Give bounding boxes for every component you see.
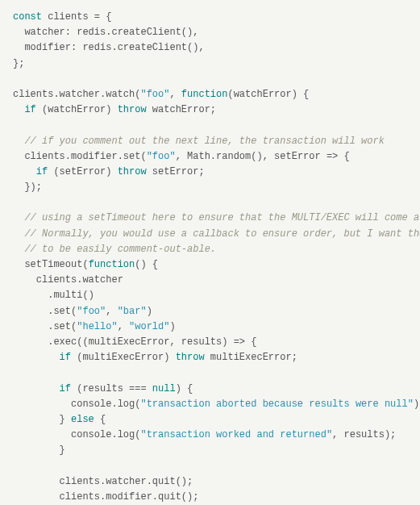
code-line: modifier: redis.createClient(), — [13, 40, 407, 56]
code-token: if — [60, 383, 77, 394]
code-token: // if you comment out the next line, the… — [24, 136, 384, 147]
code-token: clients.modifier.set( — [24, 151, 146, 162]
code-token: (watchError) — [42, 104, 118, 115]
code-token: clients.watcher — [36, 274, 123, 286]
code-token: .exec((multiExecError, results) => { — [48, 336, 256, 348]
code-line — [13, 195, 407, 211]
code-line: }); — [13, 180, 407, 195]
code-token: setTimeout( — [24, 259, 88, 270]
code-token: "foo" — [147, 151, 176, 162]
code-token: , — [106, 306, 117, 317]
code-token: "hello" — [77, 321, 117, 332]
code-token: , results); — [332, 429, 396, 440]
code-token: clients = { — [48, 11, 111, 23]
code-token: (multiExecError) — [77, 352, 175, 363]
code-token: ); — [414, 399, 420, 410]
code-line: clients.modifier.quit(); — [13, 490, 407, 505]
code-token: console.log( — [71, 399, 140, 410]
code-line — [13, 118, 407, 133]
code-token: , — [169, 89, 181, 100]
code-token: ) — [147, 306, 152, 317]
code-line: // to be easily comment-out-able. — [13, 242, 407, 257]
code-token: .set( — [48, 321, 77, 332]
code-line: .exec((multiExecError, results) => { — [13, 335, 407, 350]
code-token: (results === — [77, 383, 152, 394]
code-token: setError; — [152, 166, 205, 177]
code-line: clients.watcher — [13, 273, 407, 288]
code-token: function — [89, 259, 135, 270]
code-line: clients.watcher.quit(); — [13, 474, 407, 490]
code-line: .multi() — [13, 288, 407, 303]
code-token: clients.watcher.quit(); — [60, 476, 193, 487]
code-token: watcher: redis.createClient(), — [24, 27, 198, 38]
code-token: }; — [13, 58, 24, 69]
code-line: console.log("transaction worked and retu… — [13, 428, 407, 443]
code-token: (watchError) { — [227, 89, 309, 100]
code-token: // using a setTimeout here to ensure tha… — [24, 212, 420, 223]
code-token: "transaction aborted because results wer… — [140, 399, 413, 410]
code-line: // using a setTimeout here to ensure tha… — [13, 211, 407, 226]
code-token: () { — [135, 259, 158, 270]
code-token: modifier: redis.createClient(), — [24, 42, 204, 53]
code-line: setTimeout(function() { — [13, 257, 407, 273]
code-token: multiExecError; — [210, 352, 297, 363]
code-token: watchError; — [152, 104, 216, 115]
code-token: } — [60, 414, 71, 425]
code-line: if (setError) throw setError; — [13, 165, 407, 180]
code-line: }; — [13, 56, 407, 72]
code-line — [13, 365, 407, 381]
code-line: // if you comment out the next line, the… — [13, 134, 407, 149]
code-token: , Math.random(), setError => { — [176, 151, 350, 162]
code-line: console.log("transaction aborted because… — [13, 397, 407, 412]
code-token: else — [71, 414, 100, 425]
code-line: watcher: redis.createClient(), — [13, 25, 407, 40]
code-token: { — [100, 414, 106, 425]
code-token: "bar" — [118, 306, 147, 317]
code-token: ) — [169, 321, 175, 332]
code-line — [13, 72, 407, 87]
code-token: }); — [24, 182, 42, 193]
code-token: "foo" — [140, 89, 169, 100]
code-line: if (multiExecError) throw multiExecError… — [13, 350, 407, 365]
code-token: throw — [118, 166, 152, 177]
code-token: "world" — [129, 321, 169, 332]
code-token: ) { — [176, 383, 193, 394]
code-token: console.log( — [71, 429, 140, 440]
code-line: const clients = { — [13, 10, 407, 25]
code-token: throw — [118, 104, 152, 115]
code-token: if — [24, 104, 42, 115]
code-token: (setError) — [53, 166, 117, 177]
code-line: .set("foo", "bar") — [13, 304, 407, 319]
code-line: .set("hello", "world") — [13, 319, 407, 335]
code-token: null — [152, 383, 176, 394]
code-token: "transaction worked and returned" — [140, 429, 332, 440]
code-token: // Normally, you would use a callback to… — [24, 228, 420, 240]
code-token: function — [181, 89, 228, 100]
code-token: } — [60, 444, 65, 456]
code-token: const — [13, 11, 48, 23]
code-line — [13, 458, 407, 474]
code-token: .multi() — [48, 290, 94, 301]
code-token: clients.modifier.quit(); — [60, 491, 199, 503]
code-line: // Normally, you would use a callback to… — [13, 227, 407, 242]
code-line: } else { — [13, 412, 407, 428]
code-line: clients.watcher.watch("foo", function(wa… — [13, 87, 407, 102]
code-token: "foo" — [77, 306, 106, 317]
code-token: .set( — [48, 306, 77, 317]
code-token: throw — [176, 352, 210, 363]
code-token: if — [60, 352, 77, 363]
code-token: // to be easily comment-out-able. — [24, 244, 216, 255]
code-line: clients.modifier.set("foo", Math.random(… — [13, 149, 407, 165]
code-token: , — [118, 321, 129, 332]
code-line: if (results === null) { — [13, 382, 407, 397]
code-line: } — [13, 443, 407, 458]
code-token: clients.watcher.watch( — [13, 89, 140, 100]
code-line: if (watchError) throw watchError; — [13, 102, 407, 118]
code-token: if — [36, 166, 54, 177]
code-block: const clients = { watcher: redis.createC… — [13, 10, 407, 505]
